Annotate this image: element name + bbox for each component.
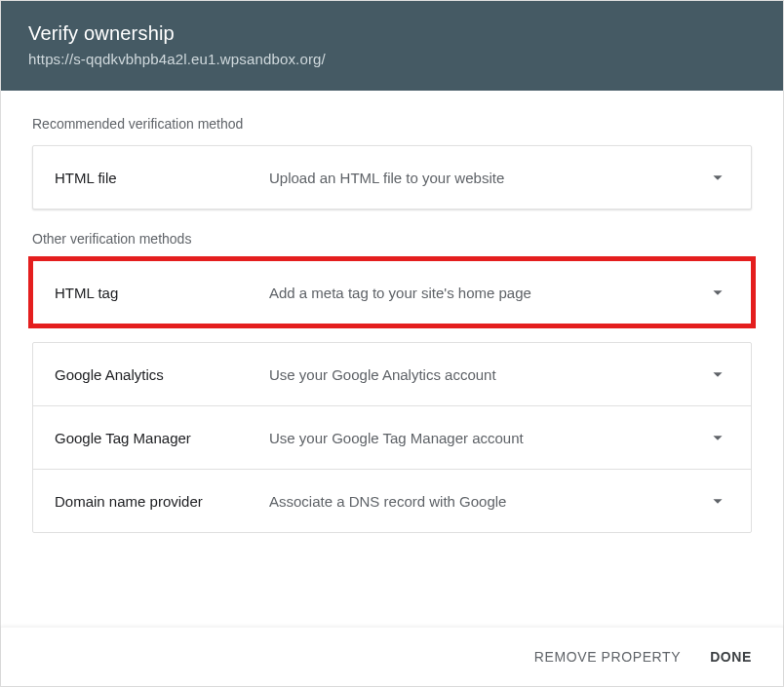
method-desc: Associate a DNS record with Google (269, 493, 706, 510)
method-desc: Use your Google Analytics account (269, 366, 706, 383)
verify-ownership-dialog: Verify ownership https://s-qqdkvbhpb4a2l… (0, 0, 784, 687)
method-name: Google Tag Manager (55, 430, 269, 446)
chevron-down-icon (706, 281, 729, 304)
method-desc: Upload an HTML file to your website (269, 170, 706, 186)
done-button[interactable]: DONE (706, 643, 756, 670)
method-name: Google Analytics (55, 366, 269, 383)
method-name: Domain name provider (55, 493, 269, 510)
method-desc: Use your Google Tag Manager account (269, 430, 706, 446)
method-html-tag[interactable]: HTML tag Add a meta tag to your site's h… (32, 260, 752, 324)
remove-property-button[interactable]: REMOVE PROPERTY (530, 643, 685, 670)
method-html-file[interactable]: HTML file Upload an HTML file to your we… (32, 145, 752, 210)
other-methods-group: Google Analytics Use your Google Analyti… (32, 342, 752, 533)
dialog-subtitle: https://s-qqdkvbhpb4a2l.eu1.wpsandbox.or… (28, 51, 756, 67)
dialog-footer: REMOVE PROPERTY DONE (1, 627, 783, 686)
method-name: HTML file (55, 170, 269, 186)
chevron-down-icon (706, 166, 729, 189)
recommended-section-label: Recommended verification method (32, 116, 752, 132)
method-google-analytics[interactable]: Google Analytics Use your Google Analyti… (33, 343, 751, 406)
dialog-content: Recommended verification method HTML fil… (1, 91, 783, 627)
chevron-down-icon (706, 489, 729, 513)
method-desc: Add a meta tag to your site's home page (269, 285, 706, 301)
other-section-label: Other verification methods (32, 231, 752, 247)
method-google-tag-manager[interactable]: Google Tag Manager Use your Google Tag M… (33, 406, 751, 470)
chevron-down-icon (706, 426, 729, 449)
chevron-down-icon (706, 363, 729, 386)
method-name: HTML tag (55, 285, 269, 301)
dialog-header: Verify ownership https://s-qqdkvbhpb4a2l… (1, 1, 783, 91)
dialog-title: Verify ownership (28, 22, 756, 45)
method-domain-provider[interactable]: Domain name provider Associate a DNS rec… (33, 470, 751, 532)
